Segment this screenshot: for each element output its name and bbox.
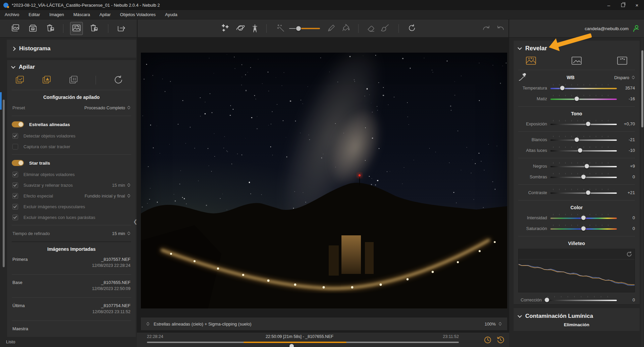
slider-row-altas-luces: Altas luces -10 (514, 145, 640, 156)
light-pollution-header[interactable]: Contaminación Lumínica (514, 308, 640, 322)
chevron-right-icon (11, 47, 16, 51)
toolbar-separator (398, 24, 399, 33)
slider-thumb[interactable] (581, 226, 586, 231)
eyedropper-icon[interactable] (518, 73, 527, 82)
contrast-slider[interactable] (550, 192, 617, 194)
menu-item-objetos-voladores[interactable]: Objetos Voladores (120, 12, 156, 17)
slider-thumb[interactable] (560, 85, 565, 91)
tab-frame-icon[interactable] (617, 56, 628, 66)
preset-dropdown[interactable]: Procesado Completo (85, 105, 130, 110)
mode-spinner-icon[interactable] (146, 322, 150, 326)
menu-item-apilar[interactable]: Apilar (100, 12, 111, 17)
import-images-icon[interactable] (29, 23, 37, 33)
eraser-icon[interactable] (367, 24, 375, 33)
account-email[interactable]: candela@nebulb.com (585, 19, 629, 38)
special-effect-checkbox[interactable] (12, 193, 18, 199)
slider-thumb[interactable] (581, 174, 586, 179)
whites-slider[interactable] (550, 139, 617, 141)
option-row: Excluir imágenes crepusculares (7, 201, 136, 212)
toolbar-separator (63, 24, 63, 33)
stars-icon[interactable] (221, 23, 230, 34)
stack-header[interactable]: Apilar (7, 60, 136, 73)
discard-images-icon[interactable] (46, 23, 55, 33)
menu-item-mascara[interactable]: Máscara (73, 12, 90, 17)
blacks-slider[interactable] (550, 166, 617, 167)
slider-thumb[interactable] (584, 164, 589, 169)
broom-icon[interactable] (380, 23, 390, 33)
discard-image-icon[interactable] (90, 23, 98, 33)
star-trails-toggle[interactable] (12, 160, 24, 166)
planet-icon[interactable] (235, 23, 246, 33)
slider-thumb[interactable] (574, 137, 579, 142)
brush-slider-thumb[interactable] (296, 26, 301, 31)
exclude-stray-light-checkbox[interactable] (12, 215, 18, 220)
develop-header[interactable]: Revelar (514, 41, 640, 55)
image-view-button[interactable] (70, 22, 83, 35)
smooth-trails-checkbox[interactable] (12, 182, 18, 188)
stack-trails-mode-icon[interactable] (42, 75, 51, 85)
highlights-slider[interactable] (550, 150, 617, 152)
slider-thumb[interactable] (544, 297, 549, 302)
left-panel-scrollbar[interactable] (3, 100, 5, 267)
photo-stack-icon[interactable] (11, 23, 20, 33)
view-mode-text[interactable]: Estrellas alineadas (cielo) + Sigma-clip… (154, 322, 252, 327)
image-row-ultima[interactable]: Última _8107754.NEF 12/08/2023 23:11:52 (7, 300, 136, 318)
close-button[interactable]: × (630, 0, 644, 10)
stack-paused-mode-icon[interactable] (69, 75, 78, 85)
undo-icon[interactable] (496, 24, 505, 33)
slider-thumb[interactable] (586, 121, 591, 126)
slider-thumb[interactable] (574, 96, 579, 101)
menu-item-imagen[interactable]: Imagen (49, 12, 64, 17)
exposure-slider[interactable] (550, 124, 617, 125)
stack-aligned-mode-icon[interactable] (15, 75, 24, 85)
zoom-control[interactable]: 100% (485, 322, 502, 327)
magic-wand-icon[interactable] (276, 23, 285, 33)
tint-slider[interactable] (550, 99, 617, 100)
stack-reset-icon[interactable] (113, 75, 123, 86)
slider-thumb[interactable] (581, 215, 586, 220)
option-label: Captura con star tracker (23, 144, 70, 149)
menu-item-ayuda[interactable]: Ayuda (165, 12, 177, 17)
tab-night-image-icon[interactable] (526, 56, 536, 66)
export-icon[interactable] (117, 23, 126, 33)
stack-panel: Apilar Configuración de apilado Preset P… (7, 60, 136, 337)
stack-mode-buttons (7, 73, 136, 88)
minimize-button[interactable]: – (602, 0, 616, 10)
refine-time-dropdown[interactable]: 15 min (112, 231, 130, 236)
clock-icon[interactable] (484, 336, 492, 345)
redo-icon[interactable] (482, 24, 491, 33)
collapse-left-panel-chevron[interactable]: ❮ (133, 219, 138, 225)
timeline-track[interactable] (147, 342, 459, 343)
smooth-trails-dropdown[interactable]: 15 min (112, 183, 130, 188)
paint-bucket-icon[interactable] (341, 23, 351, 33)
special-effect-dropdown[interactable]: Fundido inicial y final (85, 193, 130, 198)
image-row-primera[interactable]: Primera _8107557.NEF 12/08/2023 22:28:24 (7, 254, 136, 272)
aligned-stars-toggle[interactable] (12, 121, 24, 127)
brush-size-slider[interactable] (289, 27, 320, 30)
image-row-maestra[interactable]: Maestra (7, 323, 136, 335)
history-clock-icon[interactable] (496, 336, 504, 345)
right-scrollbar-thumb[interactable] (641, 50, 643, 127)
refresh-icon[interactable] (408, 23, 416, 33)
histogram-header[interactable]: Histograma (7, 40, 136, 58)
slider-thumb[interactable] (586, 190, 591, 195)
timeline-thumb[interactable] (289, 344, 294, 347)
star-tracker-checkbox[interactable] (12, 144, 18, 150)
image-row-base[interactable]: Base _8107655.NEF 12/08/2023 22:50:09 (7, 277, 136, 295)
maximize-button[interactable] (616, 0, 630, 10)
menu-item-editar[interactable]: Editar (29, 12, 40, 17)
vignette-correction-slider[interactable] (545, 300, 617, 301)
antenna-icon[interactable] (251, 23, 259, 34)
user-icon[interactable] (632, 24, 640, 34)
pencil-icon[interactable] (327, 23, 336, 33)
photo-canvas[interactable] (141, 53, 507, 308)
slider-thumb[interactable] (578, 148, 583, 153)
wb-mode-dropdown[interactable]: Disparo (614, 75, 635, 80)
vignette-refresh-icon[interactable] (626, 251, 632, 257)
detect-flying-objects-checkbox[interactable] (12, 133, 18, 139)
menu-item-archivo[interactable]: Archivo (5, 12, 19, 17)
exclude-twilight-checkbox[interactable] (12, 204, 18, 210)
right-scrollbar[interactable] (641, 38, 643, 347)
remove-flying-objects-checkbox[interactable] (12, 172, 18, 177)
tab-image-icon[interactable] (571, 56, 582, 66)
